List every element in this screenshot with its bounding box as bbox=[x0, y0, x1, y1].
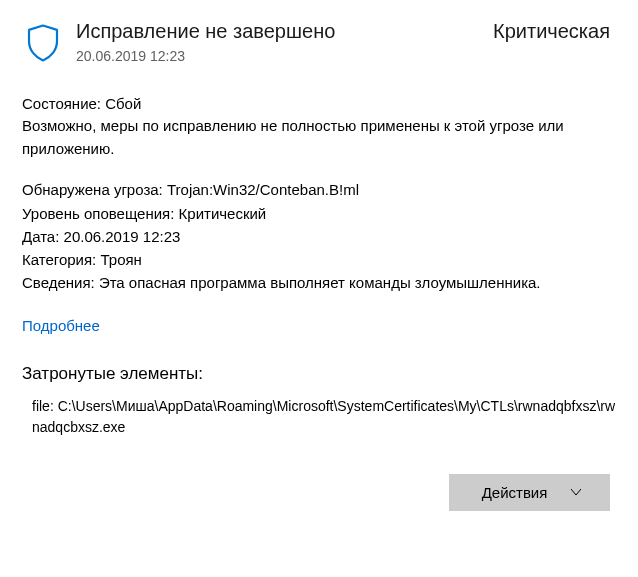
info-row: Сведения: Эта опасная программа выполняе… bbox=[22, 271, 616, 294]
chevron-down-icon bbox=[569, 485, 583, 499]
threat-name-row: Обнаружена угроза: Trojan:Win32/Conteban… bbox=[22, 178, 616, 201]
header: Исправление не завершено Критическая 20.… bbox=[22, 20, 616, 64]
affected-items-title: Затронутые элементы: bbox=[22, 364, 616, 384]
shield-icon bbox=[22, 22, 64, 64]
category-row: Категория: Троян bbox=[22, 248, 616, 271]
threat-title: Исправление не завершено bbox=[76, 20, 335, 43]
category-label: Категория: bbox=[22, 251, 96, 268]
threat-name-value: Trojan:Win32/Conteban.B!ml bbox=[167, 181, 359, 198]
header-text: Исправление не завершено Критическая 20.… bbox=[76, 20, 616, 64]
alert-level-label: Уровень оповещения: bbox=[22, 205, 174, 222]
affected-file-path: file: C:\Users\Миша\AppData\Roaming\Micr… bbox=[22, 396, 616, 438]
category-value: Троян bbox=[100, 251, 141, 268]
info-label: Сведения: bbox=[22, 274, 95, 291]
threat-name-label: Обнаружена угроза: bbox=[22, 181, 163, 198]
title-row: Исправление не завершено Критическая bbox=[76, 20, 616, 43]
status-section: Состояние: Сбой Возможно, меры по исправ… bbox=[22, 92, 616, 160]
status-value: Сбой bbox=[105, 95, 141, 112]
threat-details-panel: Исправление не завершено Критическая 20.… bbox=[0, 0, 638, 531]
date-row: Дата: 20.06.2019 12:23 bbox=[22, 225, 616, 248]
actions-button-label: Действия bbox=[482, 484, 548, 501]
date-value: 20.06.2019 12:23 bbox=[64, 228, 181, 245]
actions-row: Действия bbox=[22, 474, 616, 511]
timestamp: 20.06.2019 12:23 bbox=[76, 48, 616, 64]
info-value: Эта опасная программа выполняет команды … bbox=[99, 274, 541, 291]
alert-level-row: Уровень оповещения: Критический bbox=[22, 202, 616, 225]
date-label: Дата: bbox=[22, 228, 59, 245]
status-row: Состояние: Сбой bbox=[22, 92, 616, 115]
status-description: Возможно, меры по исправлению не полност… bbox=[22, 115, 616, 160]
actions-button[interactable]: Действия bbox=[449, 474, 610, 511]
alert-level-value: Критический bbox=[179, 205, 267, 222]
severity-badge: Критическая bbox=[493, 20, 610, 43]
learn-more-link[interactable]: Подробнее bbox=[22, 317, 100, 334]
status-label: Состояние: bbox=[22, 95, 101, 112]
details-section: Обнаружена угроза: Trojan:Win32/Conteban… bbox=[22, 178, 616, 294]
